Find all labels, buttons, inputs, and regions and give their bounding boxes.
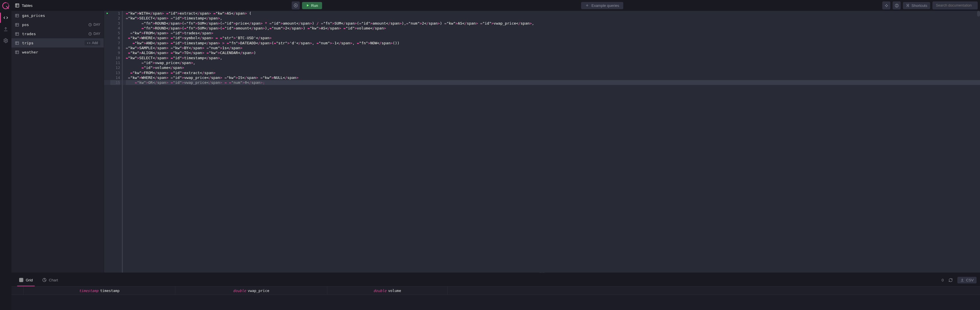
code-line[interactable]: ="kw">ALIGN</span> ="kw">TO</span> ="kw"… (126, 50, 449, 55)
code-line[interactable]: ="kw">WHERE</span> ="id">vwap_price</spa… (126, 75, 449, 80)
code-line[interactable]: ="kw">SAMPLE</span> ="kw">BY</span> ="nu… (126, 46, 449, 50)
line-number: 1 (110, 11, 120, 16)
table-name: trades (22, 32, 85, 36)
line-number: 6 (110, 35, 120, 40)
gutter-run-line[interactable] (104, 41, 110, 46)
gutter-run-line[interactable] (104, 11, 110, 16)
line-number: 3 (110, 21, 120, 26)
code-line[interactable]: ="kw">OR</span> ="id">vwap_price</span> … (126, 80, 449, 85)
code-line[interactable]: ="kw">SELECT</span> ="id">timestamp</spa… (126, 55, 449, 60)
gutter-run-line[interactable] (104, 26, 110, 31)
table-item-trades[interactable]: tradesDAY (11, 29, 104, 38)
gutter-run-line[interactable] (104, 50, 110, 55)
table-item-trips[interactable]: tripsAdd (11, 38, 104, 47)
line-number: 9 (110, 50, 120, 55)
gutter-run-line[interactable] (104, 60, 110, 65)
table-icon (15, 13, 19, 18)
svg-rect-10 (16, 23, 19, 26)
line-number: 13 (110, 70, 120, 75)
tables-panel: gas_pricesposDAYtradesDAYtripsAddweather… (11, 11, 104, 142)
code-line[interactable]: ="id">vwap_price</span>, (126, 60, 449, 65)
app-logo[interactable] (1, 1, 10, 10)
rail-code-button[interactable] (0, 13, 11, 23)
table-icon (15, 50, 19, 54)
line-number: 12 (110, 65, 120, 70)
line-number: 5 (110, 31, 120, 35)
code-line[interactable]: ="kw">WHERE</span> ="id">symbol</span> =… (126, 35, 449, 40)
left-rail (0, 11, 11, 142)
table-item-pos[interactable]: posDAY (11, 20, 104, 29)
svg-rect-9 (16, 14, 19, 17)
code-line[interactable]: ="kw">SELECT</span> ="id">timestamp</spa… (126, 16, 449, 21)
run-button[interactable]: Run (302, 2, 322, 9)
svg-rect-0 (16, 4, 19, 7)
table-icon (15, 32, 19, 36)
line-number: 2 (110, 16, 120, 21)
table-icon (15, 22, 19, 27)
line-number: 7 (110, 41, 120, 46)
gear-icon (3, 38, 8, 43)
table-name: trips (22, 41, 82, 45)
gutter-run-line[interactable] (104, 46, 110, 50)
tables-heading: Tables (15, 3, 33, 8)
code-icon (3, 15, 8, 20)
table-name: weather (22, 50, 100, 54)
partition-badge: DAY (88, 32, 100, 36)
code-line[interactable]: ="fn">ROUND</span>(="fn">SUM</span>(="id… (126, 21, 449, 26)
table-item-gas_prices[interactable]: gas_prices (11, 11, 104, 20)
line-number: 14 (110, 75, 120, 80)
rail-settings-button[interactable] (0, 35, 11, 46)
code-line[interactable]: ="kw">WITH</span> ="id">extract</span> =… (126, 11, 449, 16)
gutter-run-line[interactable] (104, 75, 110, 80)
svg-rect-14 (16, 41, 19, 44)
top-bar: Tables Run Example queries Shortcuts (11, 0, 449, 11)
play-icon (306, 4, 309, 7)
partition-badge: DAY (88, 22, 100, 27)
table-name: pos (22, 22, 85, 27)
gutter-run-line[interactable] (104, 35, 110, 40)
code-line[interactable]: ="kw">FROM</span> ="id">extract</span> (126, 70, 449, 75)
table-icon (15, 41, 19, 45)
sql-editor[interactable]: 123456789101112131415 ="kw">WITH</span> … (104, 11, 449, 142)
line-number: 10 (110, 55, 120, 60)
table-name: gas_prices (22, 13, 100, 18)
line-number: 4 (110, 26, 120, 31)
clock-icon (88, 23, 92, 27)
gutter-run-line[interactable] (104, 31, 110, 35)
add-tab-button[interactable] (292, 2, 300, 9)
code-line[interactable]: ="fn">ROUND</span>(="fn">SUM</span>(="id… (126, 26, 449, 31)
svg-point-8 (5, 40, 6, 41)
gutter-run-line[interactable] (104, 21, 110, 26)
rail-import-button[interactable] (0, 24, 11, 34)
rail-active-indicator (0, 13, 1, 23)
gutter-run-line[interactable] (104, 70, 110, 75)
clock-icon (88, 32, 92, 36)
code-icon (87, 41, 91, 45)
code-line[interactable]: ="id">volume</span> (126, 65, 449, 70)
gutter-run-line[interactable] (104, 55, 110, 60)
tables-heading-label: Tables (22, 3, 33, 8)
gutter-run-line[interactable] (104, 65, 110, 70)
code-line[interactable]: ="kw">FROM</span> ="id">trades</span> (126, 31, 449, 35)
upload-icon (3, 27, 8, 32)
svg-rect-12 (16, 32, 19, 35)
add-column-button[interactable]: Add (84, 40, 100, 46)
plus-circle-icon (293, 3, 298, 8)
run-button-label: Run (311, 3, 318, 8)
table-item-weather[interactable]: weather (11, 47, 104, 57)
gutter-run-line[interactable] (104, 16, 110, 21)
code-line[interactable]: ="kw">AND</span> ="id">timestamp</span> … (126, 41, 449, 46)
svg-rect-15 (16, 51, 19, 54)
line-number: 11 (110, 60, 120, 65)
line-number: 8 (110, 46, 120, 50)
table-icon (15, 3, 19, 8)
